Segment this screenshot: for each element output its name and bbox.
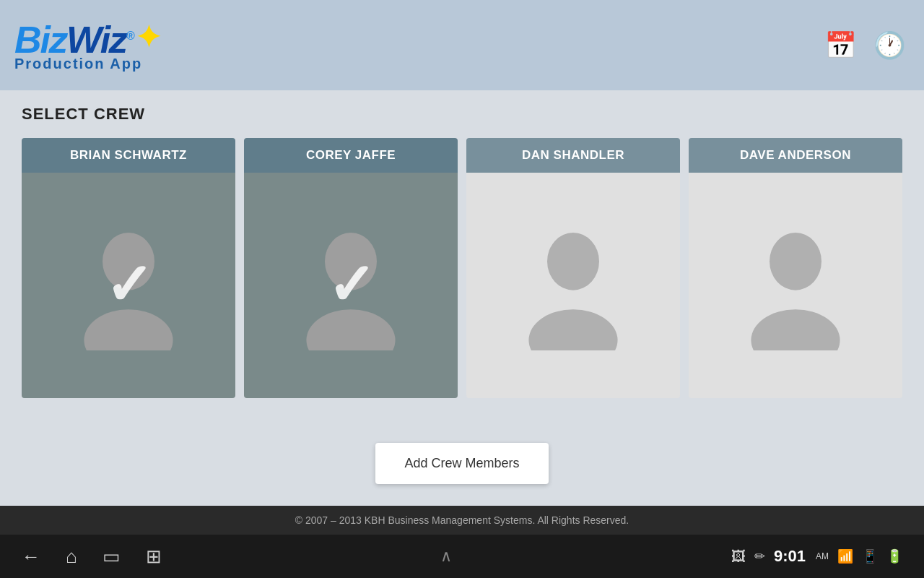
nav-ampm: AM <box>816 551 829 561</box>
crew-card-body-dave <box>689 173 902 398</box>
edit-icon: ✏ <box>754 548 765 564</box>
copyright-text: © 2007 – 2013 KBH Business Management Sy… <box>295 514 629 526</box>
logo-spark-icon: ✦ <box>136 20 161 55</box>
checkmark-corey: ✓ <box>327 256 375 314</box>
app-header: BizWiz® ✦ Production App 📅 🕐 <box>0 0 924 90</box>
image-icon: 🖼 <box>731 548 746 565</box>
logo-registered: ® <box>126 30 134 42</box>
page-title: SELECT CREW <box>22 105 902 124</box>
recents-icon[interactable]: ▭ <box>103 545 121 568</box>
clock-icon[interactable]: 🕐 <box>869 25 910 66</box>
calendar-icon[interactable]: 📅 <box>820 25 860 66</box>
back-icon[interactable]: ← <box>22 545 40 568</box>
nav-left-icons: ← ⌂ ▭ ⊞ <box>22 545 162 568</box>
main-content: SELECT CREW BRIAN SCHWARTZ ✓ COREY JAFFE <box>0 90 924 506</box>
checkmark-brian: ✓ <box>105 256 153 314</box>
wifi-icon: 📶 <box>837 548 853 564</box>
crew-card-dan[interactable]: DAN SHANDLER <box>466 138 680 398</box>
crew-card-dave[interactable]: DAVE ANDERSON <box>689 138 902 398</box>
logo-subtitle: Production App <box>14 56 161 72</box>
nav-center-chevron[interactable]: ∧ <box>440 547 452 566</box>
crew-card-header-corey: COREY JAFFE <box>244 138 458 173</box>
button-row: Add Crew Members <box>22 428 902 491</box>
signal-icon: 📱 <box>862 548 878 564</box>
svg-point-6 <box>770 233 821 290</box>
crew-card-body-dan <box>466 173 680 398</box>
crew-card-body-corey: ✓ <box>244 173 458 398</box>
nav-time: 9:01 <box>774 547 806 566</box>
crew-card-corey[interactable]: COREY JAFFE ✓ <box>244 138 458 398</box>
battery-icon: 🔋 <box>886 548 902 564</box>
svg-point-5 <box>528 309 617 350</box>
footer: © 2007 – 2013 KBH Business Management Sy… <box>0 506 924 535</box>
crew-grid: BRIAN SCHWARTZ ✓ COREY JAFFE ✓ D <box>22 138 902 428</box>
header-icons: 📅 🕐 <box>820 25 910 66</box>
crew-card-header-dan: DAN SHANDLER <box>466 138 680 173</box>
crew-card-brian[interactable]: BRIAN SCHWARTZ ✓ <box>22 138 235 398</box>
logo-text: BizWiz® <box>14 18 134 61</box>
avatar-silhouette-dan <box>515 220 631 350</box>
svg-point-7 <box>751 309 840 350</box>
crew-card-body-brian: ✓ <box>22 173 235 398</box>
grid-icon[interactable]: ⊞ <box>146 545 162 568</box>
crew-card-header-brian: BRIAN SCHWARTZ <box>22 138 235 173</box>
avatar-silhouette-dave <box>738 220 853 350</box>
logo-area: BizWiz® ✦ Production App <box>14 18 161 72</box>
crew-card-header-dave: DAVE ANDERSON <box>689 138 902 173</box>
nav-bar: ← ⌂ ▭ ⊞ ∧ 🖼 ✏ 9:01 AM 📶 📱 🔋 <box>0 535 924 578</box>
add-crew-button[interactable]: Add Crew Members <box>375 443 548 484</box>
home-icon[interactable]: ⌂ <box>66 545 77 568</box>
svg-point-4 <box>547 233 599 290</box>
nav-right-status: 🖼 ✏ 9:01 AM 📶 📱 🔋 <box>731 547 902 566</box>
